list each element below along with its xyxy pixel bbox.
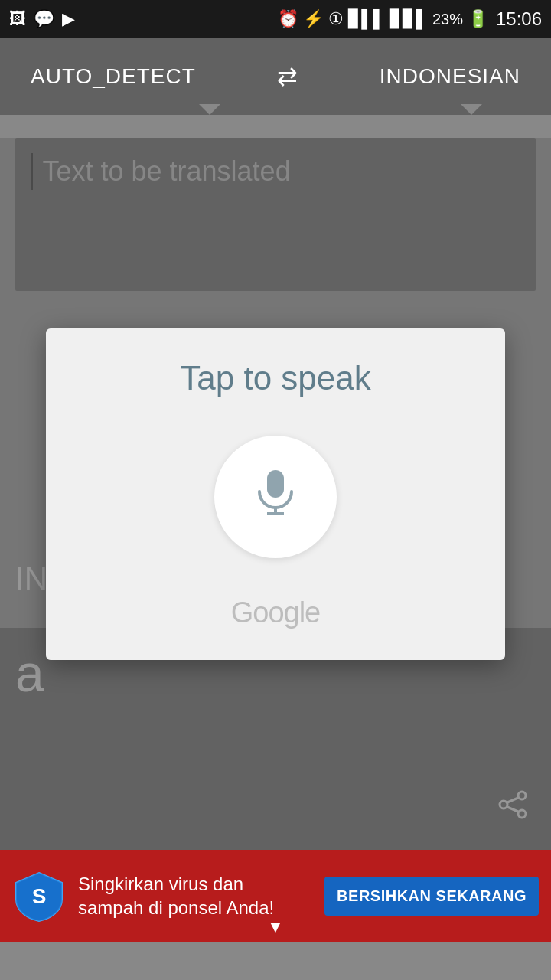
- ad-main-text: Singkirkan virus dan sampah di ponsel An…: [78, 872, 312, 920]
- alarm-icon: ⏰: [278, 9, 298, 29]
- svg-rect-5: [267, 470, 284, 498]
- target-lang-dropdown-arrow: [461, 104, 482, 115]
- signal-icon: ▊▌▌: [348, 9, 385, 29]
- sim-icon: ①: [328, 9, 344, 29]
- swap-icon: ⇄: [277, 63, 298, 90]
- bbm-icon: 💬: [34, 9, 54, 29]
- target-language-button[interactable]: INDONESIAN: [364, 57, 536, 96]
- gallery-icon: 🖼: [9, 9, 26, 29]
- mic-icon: [249, 464, 302, 530]
- bottom-space: [0, 942, 551, 980]
- svg-text:S: S: [32, 884, 47, 908]
- google-logo: Google: [231, 596, 321, 629]
- main-content: Text to be translated IN a Tap to speak: [0, 138, 551, 850]
- tap-to-speak-label: Tap to speak: [180, 359, 371, 397]
- bluetooth-icon: ⚡: [303, 9, 324, 29]
- source-lang-dropdown-arrow: [199, 104, 220, 115]
- source-language-button[interactable]: AUTO_DETECT: [15, 57, 211, 96]
- ad-banner: S Singkirkan virus dan sampah di ponsel …: [0, 850, 551, 942]
- voice-input-dialog: Tap to speak Google: [46, 328, 505, 660]
- status-time: 15:06: [496, 8, 542, 30]
- modal-overlay: Tap to speak Google: [0, 138, 551, 850]
- shield-icon: S: [12, 869, 66, 923]
- status-right-icons: ⏰ ⚡ ① ▊▌▌ ▊▊▌ 23% 🔋 15:06: [278, 8, 542, 30]
- microphone-button[interactable]: [214, 436, 337, 558]
- battery-text: 23%: [432, 11, 463, 28]
- swap-languages-button[interactable]: ⇄: [277, 62, 298, 91]
- chevron-down-icon: ▼: [267, 917, 284, 936]
- status-left-icons: 🖼 💬 ▶: [9, 9, 75, 29]
- app-bar: AUTO_DETECT ⇄ INDONESIAN: [0, 38, 551, 115]
- ad-close-button[interactable]: ▼: [267, 917, 284, 937]
- video-icon: ▶: [62, 9, 75, 29]
- battery-icon: 🔋: [468, 9, 488, 29]
- status-bar: 🖼 💬 ▶ ⏰ ⚡ ① ▊▌▌ ▊▊▌ 23% 🔋 15:06: [0, 0, 551, 38]
- signal2-icon: ▊▊▌: [390, 9, 428, 29]
- ad-cta-button[interactable]: BERSIHKAN SEKARANG: [324, 877, 539, 916]
